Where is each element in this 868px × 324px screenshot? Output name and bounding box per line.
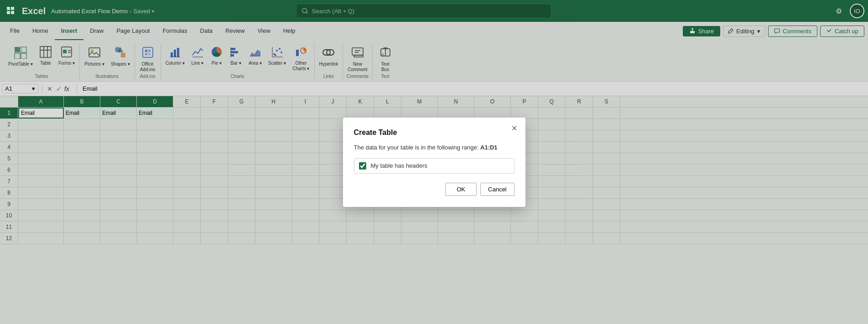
modal-overlay[interactable]: Create Table ✕ The data for your table i… [0,0,868,324]
dialog-buttons: OK Cancel [354,183,515,196]
dialog-close-button[interactable]: ✕ [509,123,520,134]
dialog-body: The data for your table is in the follow… [354,144,515,151]
dialog-checkbox-row: My table has headers [354,158,515,174]
headers-checkbox[interactable] [359,162,366,170]
create-table-dialog: Create Table ✕ The data for your table i… [343,118,525,207]
ok-button[interactable]: OK [445,183,477,196]
dialog-title: Create Table [354,129,515,137]
headers-checkbox-label: My table has headers [371,162,427,169]
cancel-button[interactable]: Cancel [480,183,514,196]
